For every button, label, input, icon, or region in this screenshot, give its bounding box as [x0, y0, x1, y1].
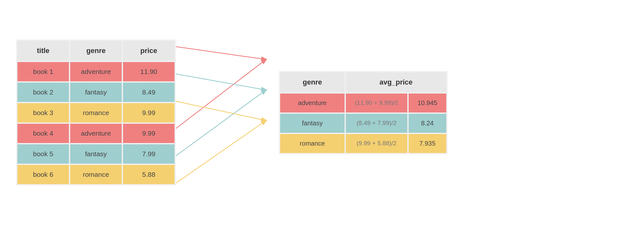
main-container: title genre price book 1adventure11.90bo…: [16, 16, 628, 209]
left-table-row: book 5fantasy7.99: [17, 144, 175, 164]
left-cell-price: 9.99: [123, 124, 175, 143]
left-cell-price: 8.49: [123, 83, 175, 102]
right-table-row: fantasy(8.49 + 7.99)/28.24: [280, 114, 446, 133]
right-cell-genre: romance: [280, 134, 345, 153]
left-table-row: book 6romance5.88: [17, 165, 175, 184]
left-cell-genre: romance: [70, 165, 122, 184]
svg-line-1: [176, 59, 266, 129]
col-header-genre: genre: [70, 41, 122, 61]
svg-line-4: [176, 101, 266, 121]
left-cell-title: book 3: [17, 103, 69, 122]
right-table-wrapper: genre avg_price adventure(11.90 + 9.99)/…: [279, 71, 448, 154]
left-cell-price: 7.99: [123, 144, 175, 164]
left-cell-price: 9.99: [123, 103, 175, 122]
right-cell-formula: (8.49 + 7.99)/2: [346, 114, 407, 133]
left-table-row: book 4adventure9.99: [17, 124, 175, 143]
left-table-row: book 3romance9.99: [17, 103, 175, 122]
left-table-wrapper: title genre price book 1adventure11.90bo…: [16, 40, 176, 185]
col-header-title: title: [17, 41, 69, 61]
right-table-row: romance(9.99 + 5.88)/27.935: [280, 134, 446, 153]
left-cell-price: 11.90: [123, 62, 175, 81]
svg-line-3: [176, 90, 266, 156]
left-table: title genre price book 1adventure11.90bo…: [16, 40, 176, 185]
right-col-header-genre: genre: [280, 72, 345, 92]
left-table-row: book 2fantasy8.49: [17, 83, 175, 102]
left-cell-genre: romance: [70, 103, 122, 122]
left-cell-title: book 1: [17, 62, 69, 81]
right-cell-genre: fantasy: [280, 114, 345, 133]
right-cell-result: 10.945: [409, 94, 446, 113]
left-cell-title: book 2: [17, 83, 69, 102]
left-cell-genre: adventure: [70, 62, 122, 81]
left-cell-genre: fantasy: [70, 144, 122, 164]
svg-line-0: [176, 47, 266, 59]
left-cell-title: book 4: [17, 124, 69, 143]
arrows-area: [176, 16, 279, 209]
svg-line-5: [176, 121, 266, 183]
right-cell-result: 7.935: [409, 134, 446, 153]
right-col-header-avg-price: avg_price: [346, 72, 446, 92]
right-cell-formula: (11.90 + 9.99)/2: [346, 94, 407, 113]
left-cell-genre: adventure: [70, 124, 122, 143]
left-cell-price: 5.88: [123, 165, 175, 184]
svg-line-2: [176, 74, 266, 90]
left-cell-title: book 5: [17, 144, 69, 164]
right-cell-formula: (9.99 + 5.88)/2: [346, 134, 407, 153]
col-header-price: price: [123, 41, 175, 61]
arrows-svg: [176, 16, 279, 209]
right-cell-genre: adventure: [280, 94, 345, 113]
right-table: genre avg_price adventure(11.90 + 9.99)/…: [279, 71, 448, 154]
left-cell-title: book 6: [17, 165, 69, 184]
right-table-row: adventure(11.90 + 9.99)/210.945: [280, 94, 446, 113]
left-cell-genre: fantasy: [70, 83, 122, 102]
right-cell-result: 8.24: [409, 114, 446, 133]
left-table-row: book 1adventure11.90: [17, 62, 175, 81]
